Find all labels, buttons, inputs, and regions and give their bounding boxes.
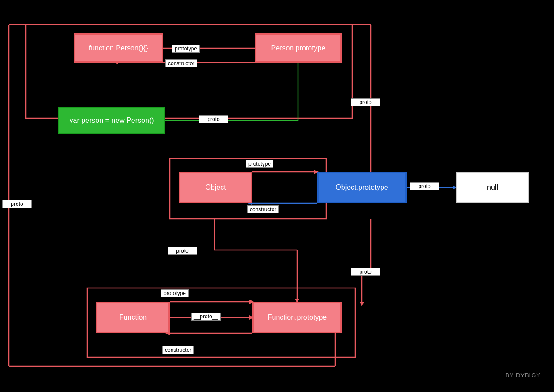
node-object: Object [179, 172, 252, 203]
label-proto-null: __proto__ [410, 182, 439, 190]
diagram-container: function Person(){} Person.prototype var… [0, 0, 554, 392]
node-object-prototype: Object.prototype [317, 172, 407, 203]
label-constructor-top: constructor [165, 59, 197, 67]
node-null: null [456, 172, 529, 203]
label-proto-object-right: __proto__ [351, 98, 380, 106]
node-person-prototype: Person.prototype [255, 33, 342, 63]
label-constructor-function: constructor [162, 346, 194, 354]
node-function-person: function Person(){} [74, 33, 163, 63]
label-proto-function: __proto__ [191, 313, 221, 321]
svg-marker-30 [360, 302, 364, 306]
label-constructor-object: constructor [247, 205, 279, 213]
label-proto-object-left: __proto__ [168, 247, 197, 255]
node-function: Function [96, 302, 170, 333]
node-var-person: var person = new Person() [58, 107, 165, 134]
label-prototype-object: prototype [246, 160, 273, 168]
watermark: BY DYBIGY [505, 372, 541, 379]
label-proto-function-right: __proto__ [351, 268, 380, 276]
label-proto-left: __proto__ [2, 200, 32, 208]
node-function-prototype: Function.prototype [252, 302, 342, 333]
label-prototype-top: prototype [172, 45, 200, 53]
label-proto-person: __proto__ [199, 115, 228, 123]
label-prototype-function: prototype [161, 289, 189, 297]
